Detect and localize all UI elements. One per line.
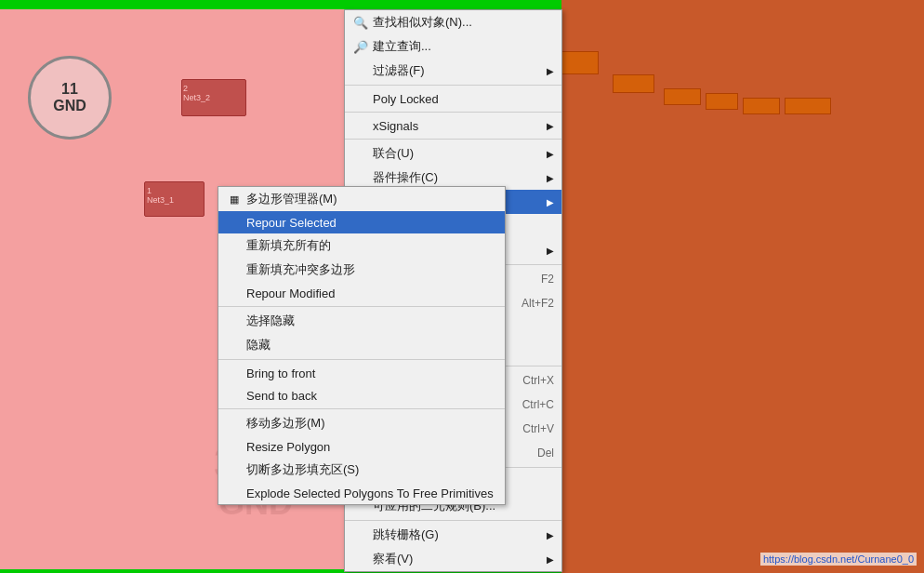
pcb-gnd-circle: 11 GND bbox=[28, 56, 112, 140]
menu-build-query[interactable]: 🔎 建立查询... bbox=[345, 34, 561, 59]
menu-filter[interactable]: 过滤器(F) ▶ bbox=[345, 59, 561, 83]
pcb-right-6 bbox=[785, 98, 831, 114]
paste-shortcut: Ctrl+V bbox=[522, 422, 554, 435]
circle-label: GND bbox=[53, 98, 86, 114]
sep2 bbox=[345, 112, 561, 113]
menu-cut-fill[interactable]: 切断多边形填充区(S) bbox=[218, 458, 505, 482]
route-shortcut: F2 bbox=[541, 273, 554, 286]
menu-xsignals[interactable]: xSignals ▶ bbox=[345, 114, 561, 137]
pcb-right-5 bbox=[743, 98, 780, 114]
menu-hide[interactable]: 隐藏 bbox=[218, 333, 505, 357]
menu-find-similar[interactable]: 🔍 查找相似对象(N)... bbox=[345, 10, 561, 34]
menu-jump-pad[interactable]: 跳转栅格(G) ▶ bbox=[345, 523, 561, 547]
diff-route-shortcut: Alt+F2 bbox=[521, 297, 554, 310]
sep1 bbox=[345, 85, 561, 86]
menu-select-hidden[interactable]: 选择隐藏 bbox=[218, 309, 505, 333]
copy-shortcut: Ctrl+C bbox=[522, 398, 554, 411]
menu-poly-locked[interactable]: Poly Locked bbox=[345, 87, 561, 110]
menu-repour-all[interactable]: 重新填充所有的 bbox=[218, 233, 505, 258]
menu-union[interactable]: 联合(U) ▶ bbox=[345, 141, 561, 166]
grid-icon: ▦ bbox=[226, 191, 243, 207]
menu-poly-manager[interactable]: ▦ 多边形管理器(M) bbox=[218, 187, 505, 211]
pcb-right-3 bbox=[664, 88, 701, 105]
sep7 bbox=[345, 520, 561, 521]
pcb-right-4 bbox=[706, 93, 738, 110]
pcb-right-2 bbox=[613, 74, 654, 93]
sep3 bbox=[345, 139, 561, 140]
xsignals-arrow: ▶ bbox=[547, 121, 554, 131]
clear-shortcut: Del bbox=[537, 446, 554, 460]
search-icon: 🔍 bbox=[352, 14, 369, 31]
menu-resize-polygon[interactable]: Resize Polygon bbox=[218, 435, 505, 458]
poly-sep2 bbox=[218, 359, 505, 360]
align-arrow: ▶ bbox=[547, 246, 554, 256]
poly-sep1 bbox=[218, 306, 505, 307]
polygon-ops-arrow: ▶ bbox=[547, 197, 554, 207]
union-arrow: ▶ bbox=[547, 149, 554, 159]
menu-repour-modified[interactable]: Repour Modified bbox=[218, 282, 505, 304]
cut-shortcut: Ctrl+X bbox=[522, 374, 554, 387]
query-icon: 🔎 bbox=[352, 38, 369, 55]
menu-move-polygon[interactable]: 移动多边形(M) bbox=[218, 411, 505, 435]
menu-repour-selected[interactable]: Repour Selected bbox=[218, 211, 505, 233]
menu-inspect[interactable]: 察看(V) ▶ bbox=[345, 547, 561, 571]
component-ops-arrow: ▶ bbox=[547, 173, 554, 183]
menu-repour-conflict[interactable]: 重新填充冲突多边形 bbox=[218, 258, 505, 282]
watermark: https://blog.csdn.net/Curnane0_0 bbox=[760, 553, 917, 566]
menu-bring-front[interactable]: Bring to front bbox=[218, 362, 505, 384]
circle-number: 11 bbox=[61, 81, 78, 98]
poly-sep3 bbox=[218, 408, 505, 409]
menu-send-back[interactable]: Send to back bbox=[218, 384, 505, 406]
submenu-polygon: ▦ 多边形管理器(M) Repour Selected 重新填充所有的 重新填充… bbox=[218, 186, 506, 505]
filter-arrow: ▶ bbox=[547, 66, 554, 76]
menu-explode[interactable]: Explode Selected Polygons To Free Primit… bbox=[218, 482, 505, 504]
inspect-arrow: ▶ bbox=[547, 554, 554, 565]
jump-pad-arrow: ▶ bbox=[547, 530, 554, 540]
